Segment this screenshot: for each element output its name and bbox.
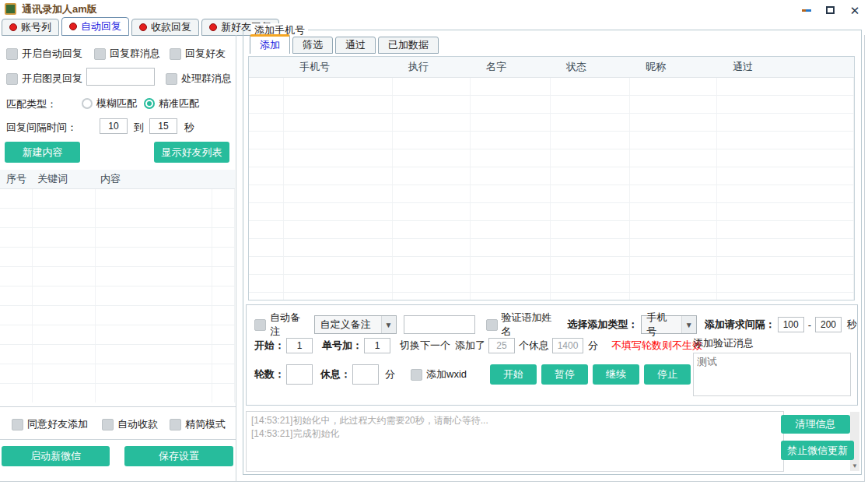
checkbox-auto-note[interactable]: 自动备注 (254, 311, 306, 339)
table-row[interactable] (0, 248, 235, 267)
radio-fuzzy-match[interactable]: 模糊匹配 (82, 97, 137, 111)
tab-add[interactable]: 添加 (250, 34, 290, 54)
table-row[interactable] (249, 185, 854, 203)
break-input[interactable] (352, 364, 379, 385)
table-row[interactable] (249, 78, 854, 96)
pause-button[interactable]: 暂停 (541, 364, 588, 385)
table-cell (284, 221, 393, 238)
table-row[interactable] (249, 149, 854, 167)
table-row[interactable] (0, 384, 235, 402)
new-content-button[interactable]: 新建内容 (5, 142, 80, 163)
tab-label: 添加 (260, 38, 280, 52)
table-cell (717, 132, 854, 149)
red-dot-icon (209, 23, 217, 31)
checkbox-enable-turing-reply[interactable]: 开启图灵回复 (6, 72, 82, 86)
table-cell (630, 221, 717, 238)
panel-divider (236, 35, 236, 481)
table-row[interactable] (0, 286, 235, 306)
clear-info-button[interactable]: 清理信息 (781, 415, 850, 434)
add-type-select[interactable]: 手机号 ▼ (641, 315, 696, 334)
checkbox-enable-auto-reply[interactable]: 开启自动回复 (6, 47, 82, 61)
checkbox-simple-mode[interactable]: 精简模式 (170, 417, 226, 431)
checkbox-auto-collect[interactable]: 自动收款 (102, 417, 158, 431)
verify-message-input[interactable] (693, 353, 851, 396)
table-row[interactable] (0, 345, 235, 364)
table-row[interactable] (0, 364, 235, 384)
checkbox-handle-group-msg[interactable]: 处理群消息 (166, 72, 232, 86)
table-cell (33, 209, 96, 227)
table-row[interactable] (0, 209, 235, 228)
checkbox-verify-with-name[interactable]: 验证语加姓名 (486, 311, 558, 339)
tab-payment-reply[interactable]: 收款回复 (131, 19, 199, 36)
interval-to-input[interactable] (149, 118, 177, 134)
tab-added-data[interactable]: 已加数据 (378, 37, 439, 54)
table-cell (284, 149, 393, 167)
maximize-button[interactable] (818, 2, 842, 18)
table-cell (33, 345, 96, 364)
tab-auto-reply[interactable]: 自动回复 (61, 17, 129, 36)
continue-button[interactable]: 继续 (593, 364, 639, 385)
table-cell (717, 114, 854, 131)
tab-filter[interactable]: 筛选 (292, 37, 333, 54)
radio-icon (82, 98, 93, 109)
interval-from-input[interactable] (100, 118, 128, 134)
rest-minutes-input[interactable] (552, 338, 583, 353)
close-button[interactable]: ✕ (843, 2, 866, 18)
table-cell (393, 293, 471, 300)
table-row[interactable] (249, 114, 854, 132)
table-row[interactable] (249, 275, 854, 293)
stop-button[interactable]: 停止 (644, 364, 691, 385)
save-settings-button[interactable]: 保存设置 (124, 446, 233, 466)
start-index-input[interactable] (286, 338, 313, 353)
request-interval-to-input[interactable] (815, 317, 842, 332)
table-row[interactable] (249, 167, 854, 185)
checkbox-label: 精简模式 (185, 417, 226, 431)
request-interval-from-input[interactable] (778, 317, 804, 332)
checkbox-reply-group-msg[interactable]: 回复群消息 (94, 47, 160, 61)
single-add-input[interactable] (364, 338, 390, 353)
table-row[interactable] (249, 239, 854, 257)
table-cell (717, 239, 854, 256)
table-row[interactable] (249, 203, 854, 221)
log-area[interactable]: [14:53:21]初始化中，此过程大约需要20秒，请耐心等待... [14:5… (246, 411, 784, 472)
checkbox-label: 开启图灵回复 (22, 72, 82, 86)
table-row[interactable] (0, 228, 235, 248)
start-new-wechat-button[interactable]: 启动新微信 (2, 446, 110, 466)
tab-account-list[interactable]: 账号列 (2, 19, 59, 36)
col-status: 状态 (551, 57, 630, 77)
radio-exact-match[interactable]: 精准匹配 (144, 97, 199, 111)
checkbox-add-wxid[interactable]: 添加wxid (411, 367, 467, 381)
table-row[interactable] (0, 325, 235, 345)
table-row[interactable] (249, 96, 854, 114)
table-row[interactable] (249, 132, 854, 149)
table-row[interactable] (0, 189, 235, 209)
tab-passed[interactable]: 通过 (335, 37, 376, 54)
table-cell (393, 132, 471, 149)
checkbox-agree-friend-add[interactable]: 同意好友添加 (12, 417, 88, 431)
checkbox-icon (12, 419, 23, 430)
table-row[interactable] (249, 257, 854, 275)
start-button[interactable]: 开始 (490, 364, 537, 385)
rounds-input[interactable] (286, 364, 313, 385)
table-row[interactable] (0, 267, 235, 286)
single-add-label: 单号加： (322, 339, 362, 353)
col-content: 内容 (96, 170, 212, 188)
table-cell (630, 78, 717, 95)
block-wechat-update-button[interactable]: 禁止微信更新 (781, 441, 854, 460)
minimize-button[interactable] (795, 2, 818, 18)
table-cell (33, 384, 96, 402)
table-cell (471, 78, 551, 95)
table-row[interactable] (0, 306, 235, 325)
table-row[interactable] (249, 221, 854, 239)
note-type-select[interactable]: 自定义备注 ▼ (314, 315, 396, 334)
table-row[interactable] (249, 293, 854, 300)
show-friend-list-button[interactable]: 显示好友列表 (154, 142, 229, 163)
table-cell (249, 78, 284, 95)
verify-message-block: 添加验证消息 (693, 336, 851, 399)
checkbox-label: 回复群消息 (110, 47, 160, 61)
added-count-input[interactable] (488, 338, 515, 353)
turing-key-input[interactable] (86, 68, 155, 86)
checkbox-reply-friend[interactable]: 回复好友 (170, 47, 226, 61)
note-text-input[interactable] (404, 315, 475, 334)
col-nickname: 昵称 (630, 57, 717, 77)
